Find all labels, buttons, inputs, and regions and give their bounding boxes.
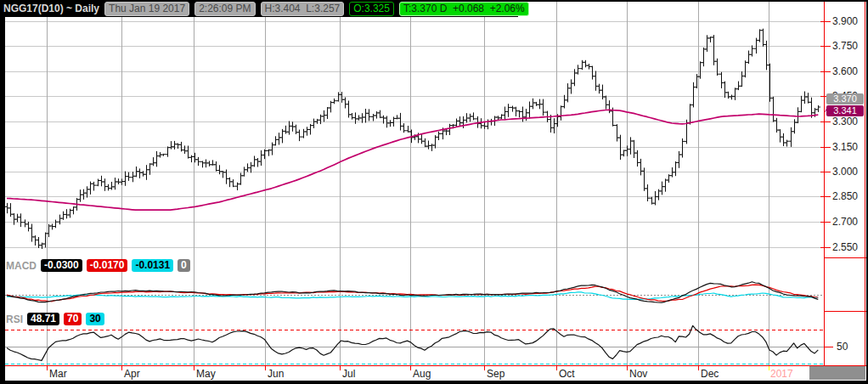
macd-signal-badge: -0.0170: [87, 259, 128, 272]
chart-canvas[interactable]: [0, 0, 868, 384]
month-tick-label: Mar: [49, 368, 67, 380]
month-tick-label: Apr: [124, 368, 140, 380]
price-tick-label: 3.150: [832, 141, 866, 153]
month-tick-label: Nov: [629, 368, 647, 380]
rsi-overbought-badge: 70: [64, 313, 82, 325]
month-tick-label: Dec: [701, 368, 719, 380]
time-badge: 2:26:09 PM: [194, 2, 255, 16]
last-trade-badge: T:3.370 D +0.068 +2.06%: [399, 2, 529, 16]
macd-zero-badge: 0: [178, 259, 190, 272]
chart-window: NGG17(D10) ~ Daily Thu Jan 19 2017 2:26:…: [0, 0, 868, 384]
macd-value-badge: -0.0300: [41, 259, 82, 272]
symbol-label: NGG17(D10) ~ Daily: [3, 3, 99, 14]
month-tick-label: Jun: [268, 368, 284, 380]
open-price-badge: O:3.325: [349, 2, 394, 16]
price-tick-label: 2.550: [832, 241, 866, 253]
frame-left: [0, 0, 5, 384]
macd-label: MACD: [6, 260, 37, 272]
rsi-oversold-badge: 30: [86, 313, 104, 325]
price-tick-label: 3.750: [832, 40, 866, 52]
price-tick-label: 3.900: [832, 15, 866, 27]
price-tick-label: 3.600: [832, 65, 866, 77]
rsi-label: RSI: [6, 313, 23, 325]
year-tick-label: 2017: [770, 368, 793, 380]
macd-legend: MACD -0.0300 -0.0170 -0.0131 0: [6, 259, 190, 272]
price-tick-label: 2.850: [832, 190, 866, 202]
rsi-mid-level-label: 50: [837, 341, 848, 353]
high-low-badge: H:3.404 L:3.257: [261, 2, 345, 16]
ma-value-axis-badge: 3.341: [826, 105, 864, 116]
date-badge: Thu Jan 19 2017: [104, 2, 189, 16]
rsi-value-badge: 48.71: [27, 313, 59, 325]
rsi-legend: RSI 48.71 70 30: [6, 313, 104, 325]
title-bar: NGG17(D10) ~ Daily Thu Jan 19 2017 2:26:…: [0, 0, 518, 17]
price-tick-label: 3.300: [832, 116, 866, 127]
price-tick-label: 3.000: [832, 166, 866, 178]
month-tick-label: Jul: [342, 368, 355, 380]
resize-grip[interactable]: [809, 366, 865, 380]
frame-bottom: [0, 381, 868, 384]
month-tick-label: May: [196, 368, 216, 380]
month-tick-label: Sep: [487, 368, 504, 380]
macd-third-badge: -0.0131: [132, 259, 173, 272]
price-tick-label: 2.700: [832, 216, 866, 228]
last-price-axis-badge: 3.370: [826, 93, 864, 104]
month-tick-label: Oct: [559, 368, 575, 380]
month-tick-label: Aug: [413, 368, 431, 380]
